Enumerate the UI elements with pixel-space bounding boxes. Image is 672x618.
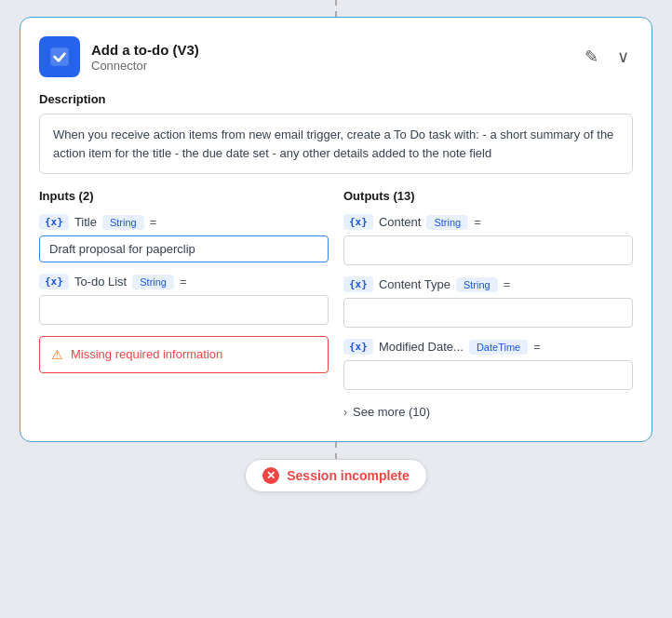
modified-date-field-row: {x} Modified Date... DateTime =	[343, 339, 633, 355]
content-type-badge: {x}	[343, 276, 373, 292]
modified-date-input[interactable]	[343, 360, 633, 390]
inputs-label: Inputs (2)	[39, 189, 329, 203]
modified-date-field-name: Modified Date...	[379, 340, 464, 354]
session-badge: ✕ Session incomplete	[245, 459, 426, 492]
session-label: Session incomplete	[287, 468, 409, 483]
title-equals: =	[150, 215, 157, 229]
session-error-icon: ✕	[262, 467, 279, 484]
description-box: When you receive action items from new e…	[39, 114, 633, 174]
content-type-equals: =	[504, 277, 511, 291]
card-subtitle: Connector	[91, 59, 199, 73]
todo-type-tag: String	[132, 275, 174, 289]
chevron-down-icon: ∨	[617, 47, 629, 66]
title-input[interactable]	[39, 235, 329, 262]
error-triangle-icon: ⚠	[51, 347, 63, 362]
card-actions: ✎ ∨	[581, 43, 633, 71]
edit-button[interactable]: ✎	[581, 43, 602, 71]
content-type-type-tag: String	[456, 277, 498, 292]
card-title-group: Add a to-do (V3) Connector	[91, 42, 199, 73]
todo-field-name: To-do List	[74, 275, 127, 289]
content-type-input[interactable]	[343, 298, 633, 328]
title-field-row: {x} Title String =	[39, 214, 329, 230]
modified-date-type-tag: DateTime	[469, 340, 528, 355]
content-field-row: {x} Content String =	[343, 214, 633, 230]
svg-rect-0	[50, 47, 69, 66]
title-field-name: Title	[74, 215, 97, 229]
content-input[interactable]	[343, 235, 633, 265]
description-label: Description	[39, 92, 633, 106]
collapse-button[interactable]: ∨	[613, 43, 633, 71]
todo-badge: {x}	[39, 274, 69, 289]
see-more-chevron-icon: ›	[343, 406, 347, 419]
content-field-name: Content	[379, 215, 422, 229]
error-message: Missing required information	[71, 346, 222, 363]
top-connector-line	[335, 0, 337, 17]
session-x-icon: ✕	[266, 469, 276, 482]
content-equals: =	[474, 215, 481, 229]
card-header-left: Add a to-do (V3) Connector	[39, 36, 199, 77]
app-icon	[39, 36, 80, 77]
modified-date-badge: {x}	[343, 339, 373, 355]
todo-equals: =	[180, 275, 187, 289]
content-badge: {x}	[343, 214, 373, 230]
modified-date-equals: =	[533, 340, 541, 354]
title-badge: {x}	[39, 214, 69, 230]
see-more-button[interactable]: › See more (10)	[343, 401, 633, 423]
edit-icon: ✎	[585, 47, 598, 66]
content-type-tag: String	[426, 215, 468, 230]
title-type-tag: String	[102, 215, 144, 230]
error-box: ⚠ Missing required information	[39, 336, 329, 373]
inputs-column: Inputs (2) {x} Title String = {x} To-do …	[39, 189, 329, 423]
action-card: Add a to-do (V3) Connector ✎ ∨ Descripti…	[20, 17, 652, 442]
page-wrapper: Add a to-do (V3) Connector ✎ ∨ Descripti…	[0, 0, 672, 618]
columns: Inputs (2) {x} Title String = {x} To-do …	[39, 189, 633, 423]
outputs-column: Outputs (13) {x} Content String = {x} Co…	[343, 189, 633, 423]
outputs-label: Outputs (13)	[343, 189, 633, 203]
see-more-label: See more (10)	[353, 405, 430, 419]
content-type-field-row: {x} Content Type String =	[343, 276, 633, 292]
bottom-connector-line	[335, 442, 337, 459]
todo-input[interactable]	[39, 295, 329, 325]
card-header: Add a to-do (V3) Connector ✎ ∨	[39, 36, 633, 77]
content-type-field-name: Content Type	[379, 277, 450, 291]
card-title: Add a to-do (V3)	[91, 42, 199, 58]
todo-field-row: {x} To-do List String =	[39, 274, 329, 289]
